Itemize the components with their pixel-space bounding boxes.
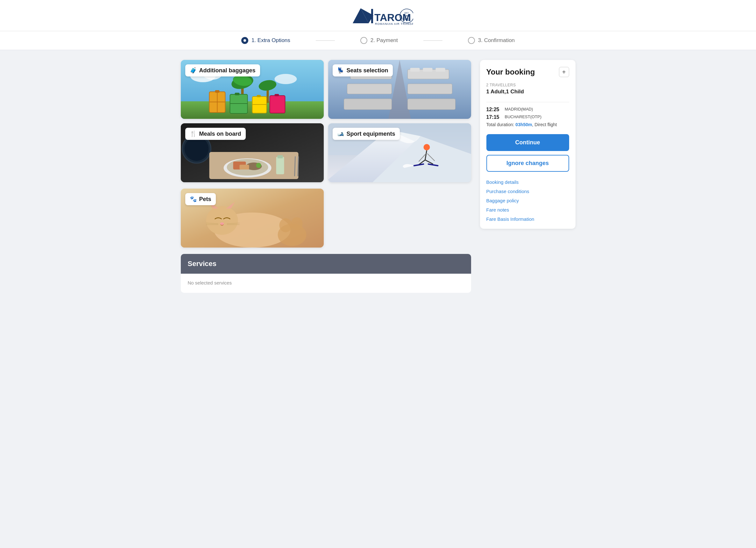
seats-selection-label: Seats selection xyxy=(347,67,388,74)
departure-airport: MADRID(MAD) xyxy=(505,107,533,111)
option-card-additional-baggages[interactable]: 🧳 Additional baggages xyxy=(181,60,324,119)
main-content: 🧳 Additional baggages xyxy=(174,50,582,303)
svg-rect-55 xyxy=(277,155,283,158)
svg-point-52 xyxy=(256,163,261,168)
continue-button[interactable]: Continue xyxy=(486,134,569,151)
arrival-row: 17:15 BUCHAREST(OTP) xyxy=(486,114,569,120)
pets-row: 🐾 Pets xyxy=(181,188,471,247)
svg-rect-37 xyxy=(407,99,455,110)
svg-point-84 xyxy=(291,217,302,230)
svg-text:TEAM: TEAM xyxy=(403,15,409,17)
svg-rect-35 xyxy=(407,84,452,94)
meals-on-board-label: Meals on board xyxy=(199,131,241,137)
purchase-conditions-link[interactable]: Purchase conditions xyxy=(486,188,569,194)
svg-point-83 xyxy=(279,218,292,232)
empty-slot xyxy=(328,188,471,247)
meals-on-board-label-box: 🍴 Meals on board xyxy=(185,128,246,140)
step-3-label: 3. Confirmation xyxy=(478,37,515,44)
step-2-item[interactable]: 2. Payment xyxy=(335,37,423,44)
booking-header: Your booking + xyxy=(486,67,569,77)
travellers-value: 1 Adult,1 Child xyxy=(486,89,569,95)
booking-details-link[interactable]: Booking details xyxy=(486,179,569,185)
step-2-radio xyxy=(360,37,367,44)
svg-line-57 xyxy=(298,157,298,176)
plus-icon: + xyxy=(562,68,566,76)
departure-row: 12:25 MADRID(MAD) xyxy=(486,107,569,112)
baggage-icon: 🧳 xyxy=(190,67,197,74)
expand-booking-button[interactable]: + xyxy=(559,67,569,77)
departure-time: 12:25 xyxy=(486,107,502,112)
step-1-radio xyxy=(241,37,248,44)
svg-rect-28 xyxy=(270,96,285,113)
option-card-pets[interactable]: 🐾 Pets xyxy=(181,188,324,247)
pets-label: Pets xyxy=(199,196,211,203)
svg-rect-29 xyxy=(274,94,279,96)
step-divider-1 xyxy=(316,40,335,41)
svg-rect-41 xyxy=(410,68,420,72)
services-header: Services xyxy=(181,254,471,274)
svg-rect-43 xyxy=(435,68,445,72)
svg-point-46 xyxy=(184,137,208,161)
svg-rect-54 xyxy=(276,157,284,174)
svg-point-62 xyxy=(423,144,430,150)
arrival-airport: BUCHAREST(OTP) xyxy=(505,114,542,119)
svg-line-56 xyxy=(294,157,295,176)
ignore-changes-button[interactable]: Ignore changes xyxy=(486,155,569,172)
right-column: Your booking + 2 TRAVELLERS 1 Adult,1 Ch… xyxy=(480,60,576,293)
duration-row: Total duration: 03h50m, Direct flight xyxy=(486,122,569,127)
svg-point-72 xyxy=(206,206,238,235)
option-card-seats-selection[interactable]: 💺 Seats selection xyxy=(328,60,471,119)
duration-suffix: , Direct flight xyxy=(532,122,557,127)
option-card-meals-on-board[interactable]: 🍴 Meals on board xyxy=(181,123,324,182)
svg-rect-42 xyxy=(423,68,432,72)
sports-icon: 🎿 xyxy=(337,130,344,137)
svg-point-12 xyxy=(274,74,297,84)
svg-rect-53 xyxy=(239,165,249,169)
travellers-label: 2 TRAVELLERS xyxy=(486,83,569,87)
flight-divider xyxy=(486,102,569,102)
booking-card: Your booking + 2 TRAVELLERS 1 Adult,1 Ch… xyxy=(480,60,576,229)
left-column: 🧳 Additional baggages xyxy=(181,60,471,293)
fare-basis-information-link[interactable]: Fare Basis Information xyxy=(486,216,569,222)
services-container: Services No selected services xyxy=(181,254,471,293)
tarom-logo: TAROM ROMANIAN AIR TRANSPORT SKY TEAM xyxy=(343,6,413,26)
arrival-time: 17:15 xyxy=(486,114,502,120)
step-2-label: 2. Payment xyxy=(371,37,398,44)
baggage-policy-link[interactable]: Baggage policy xyxy=(486,198,569,203)
options-grid: 🧳 Additional baggages xyxy=(181,60,471,182)
seat-icon: 💺 xyxy=(337,67,344,74)
svg-rect-34 xyxy=(347,84,392,94)
services-body: No selected services xyxy=(181,274,471,293)
step-3-item[interactable]: 3. Confirmation xyxy=(442,37,540,44)
step-divider-2 xyxy=(423,40,442,41)
page-header: TAROM ROMANIAN AIR TRANSPORT SKY TEAM xyxy=(0,0,756,31)
booking-title: Your booking xyxy=(486,68,535,76)
svg-text:SKY: SKY xyxy=(404,12,409,14)
option-card-sport-equipments[interactable]: 🎿 Sport equipments xyxy=(328,123,471,182)
step-3-radio xyxy=(468,37,475,44)
additional-baggages-label: Additional baggages xyxy=(199,67,256,74)
svg-rect-2 xyxy=(371,9,373,23)
sidebar-links: Booking details Purchase conditions Bagg… xyxy=(486,179,569,222)
step-1-label: 1. Extra Options xyxy=(251,37,290,44)
seats-selection-label-box: 💺 Seats selection xyxy=(333,64,393,76)
sport-equipments-label: Sport equipments xyxy=(347,131,395,137)
duration-value: 03h50m xyxy=(515,122,532,127)
no-services-text: No selected services xyxy=(188,280,232,286)
svg-rect-36 xyxy=(344,99,392,110)
additional-baggages-label-box: 🧳 Additional baggages xyxy=(185,64,260,76)
logo-container: TAROM ROMANIAN AIR TRANSPORT SKY TEAM xyxy=(343,6,413,26)
steps-bar: 1. Extra Options 2. Payment 3. Confirmat… xyxy=(0,31,756,50)
sport-equipments-label-box: 🎿 Sport equipments xyxy=(333,128,400,140)
fare-notes-link[interactable]: Fare notes xyxy=(486,207,569,212)
step-1-item[interactable]: 1. Extra Options xyxy=(216,37,316,44)
duration-label: Total duration: xyxy=(486,122,514,127)
svg-rect-26 xyxy=(257,95,261,97)
svg-rect-23 xyxy=(235,93,239,95)
pets-icon: 🐾 xyxy=(190,196,197,203)
pets-label-box: 🐾 Pets xyxy=(185,193,216,205)
meals-icon: 🍴 xyxy=(190,130,197,137)
services-title: Services xyxy=(188,260,217,267)
